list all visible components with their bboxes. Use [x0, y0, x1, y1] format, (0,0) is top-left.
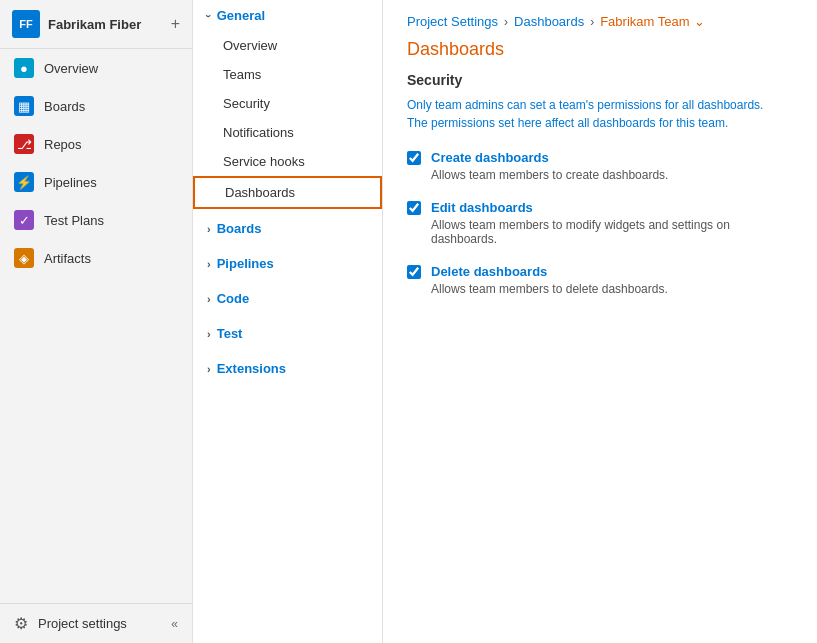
mid-nav-item-notifications[interactable]: Notifications — [193, 118, 382, 147]
sidebar-item-repos[interactable]: ⎇ Repos — [0, 125, 192, 163]
sidebar-header: FF Fabrikam Fiber + — [0, 0, 192, 49]
sidebar-nav: ● Overview ▦ Boards ⎇ Repos ⚡ Pipelines … — [0, 49, 192, 603]
main-content: Project Settings › Dashboards › Fabrikam… — [383, 0, 817, 643]
sidebar-label-pipelines: Pipelines — [44, 175, 97, 190]
permission-edit: Edit dashboards Allows team members to m… — [407, 200, 793, 246]
footer-chevron-icon: « — [171, 617, 178, 631]
mid-section-label-pipelines: Pipelines — [217, 256, 274, 271]
mid-section-header-pipelines[interactable]: ›Pipelines — [193, 248, 382, 279]
mid-nav-item-overview[interactable]: Overview — [193, 31, 382, 60]
mid-section-label-test: Test — [217, 326, 243, 341]
mid-section-label-code: Code — [217, 291, 250, 306]
mid-nav: ›GeneralOverviewTeamsSecurityNotificatio… — [193, 0, 383, 643]
mid-section-header-extensions[interactable]: ›Extensions — [193, 353, 382, 384]
mid-section-code: ›Code — [193, 283, 382, 314]
sidebar-label-repos: Repos — [44, 137, 82, 152]
sidebar-item-boards[interactable]: ▦ Boards — [0, 87, 192, 125]
project-logo: FF — [12, 10, 40, 38]
artifacts-icon: ◈ — [14, 248, 34, 268]
perm-label-delete: Delete dashboards — [431, 264, 547, 279]
mid-section-test: ›Test — [193, 318, 382, 349]
security-section-title: Security — [407, 72, 793, 88]
mid-nav-item-dashboards[interactable]: Dashboards — [193, 176, 382, 209]
perm-label-create: Create dashboards — [431, 150, 549, 165]
project-name: Fabrikam Fiber — [48, 17, 163, 32]
overview-icon: ● — [14, 58, 34, 78]
mid-section-header-code[interactable]: ›Code — [193, 283, 382, 314]
perm-label-edit: Edit dashboards — [431, 200, 533, 215]
checkbox-create[interactable] — [407, 151, 421, 165]
chevron-boards: › — [207, 223, 211, 235]
sidebar-label-testplans: Test Plans — [44, 213, 104, 228]
settings-icon: ⚙ — [14, 614, 28, 633]
checkbox-delete[interactable] — [407, 265, 421, 279]
project-settings-label: Project settings — [38, 616, 161, 631]
chevron-extensions: › — [207, 363, 211, 375]
sidebar-label-artifacts: Artifacts — [44, 251, 91, 266]
repos-icon: ⎇ — [14, 134, 34, 154]
mid-section-pipelines: ›Pipelines — [193, 248, 382, 279]
sidebar-label-boards: Boards — [44, 99, 85, 114]
breadcrumb-dropdown-icon[interactable]: ⌄ — [694, 14, 705, 29]
sidebar-label-overview: Overview — [44, 61, 98, 76]
page-title: Dashboards — [407, 39, 793, 60]
pipelines-icon: ⚡ — [14, 172, 34, 192]
breadcrumb-dashboards[interactable]: Dashboards — [514, 14, 584, 29]
breadcrumb-current: Fabrikam Team ⌄ — [600, 14, 704, 29]
breadcrumb-team-name: Fabrikam Team — [600, 14, 689, 29]
testplans-icon: ✓ — [14, 210, 34, 230]
mid-nav-item-teams[interactable]: Teams — [193, 60, 382, 89]
security-section-desc: Only team admins can set a team's permis… — [407, 96, 793, 132]
permissions-list: Create dashboards Allows team members to… — [407, 150, 793, 296]
permission-row-delete: Delete dashboards — [407, 264, 793, 279]
chevron-test: › — [207, 328, 211, 340]
mid-nav-item-security[interactable]: Security — [193, 89, 382, 118]
mid-section-header-general[interactable]: ›General — [193, 0, 382, 31]
sidebar-item-testplans[interactable]: ✓ Test Plans — [0, 201, 192, 239]
permission-row-create: Create dashboards — [407, 150, 793, 165]
mid-section-header-boards[interactable]: ›Boards — [193, 213, 382, 244]
perm-desc-edit: Allows team members to modify widgets an… — [431, 218, 793, 246]
breadcrumb-sep-2: › — [590, 15, 594, 29]
permission-row-edit: Edit dashboards — [407, 200, 793, 215]
mid-section-label-boards: Boards — [217, 221, 262, 236]
sidebar-item-pipelines[interactable]: ⚡ Pipelines — [0, 163, 192, 201]
checkbox-edit[interactable] — [407, 201, 421, 215]
chevron-general: › — [203, 14, 215, 18]
mid-section-general: ›GeneralOverviewTeamsSecurityNotificatio… — [193, 0, 382, 209]
perm-desc-create: Allows team members to create dashboards… — [431, 168, 793, 182]
perm-desc-delete: Allows team members to delete dashboards… — [431, 282, 793, 296]
breadcrumb-project-settings[interactable]: Project Settings — [407, 14, 498, 29]
breadcrumb-sep-1: › — [504, 15, 508, 29]
mid-section-label-extensions: Extensions — [217, 361, 286, 376]
permission-delete: Delete dashboards Allows team members to… — [407, 264, 793, 296]
mid-section-extensions: ›Extensions — [193, 353, 382, 384]
project-settings-footer[interactable]: ⚙ Project settings « — [0, 603, 192, 643]
sidebar-item-overview[interactable]: ● Overview — [0, 49, 192, 87]
permission-create: Create dashboards Allows team members to… — [407, 150, 793, 182]
breadcrumb: Project Settings › Dashboards › Fabrikam… — [407, 0, 793, 39]
boards-icon: ▦ — [14, 96, 34, 116]
mid-section-label-general: General — [217, 8, 265, 23]
add-project-icon[interactable]: + — [171, 15, 180, 33]
mid-section-header-test[interactable]: ›Test — [193, 318, 382, 349]
sidebar-item-artifacts[interactable]: ◈ Artifacts — [0, 239, 192, 277]
mid-section-boards: ›Boards — [193, 213, 382, 244]
mid-nav-item-service-hooks[interactable]: Service hooks — [193, 147, 382, 176]
sidebar: FF Fabrikam Fiber + ● Overview ▦ Boards … — [0, 0, 193, 643]
chevron-code: › — [207, 293, 211, 305]
chevron-pipelines: › — [207, 258, 211, 270]
